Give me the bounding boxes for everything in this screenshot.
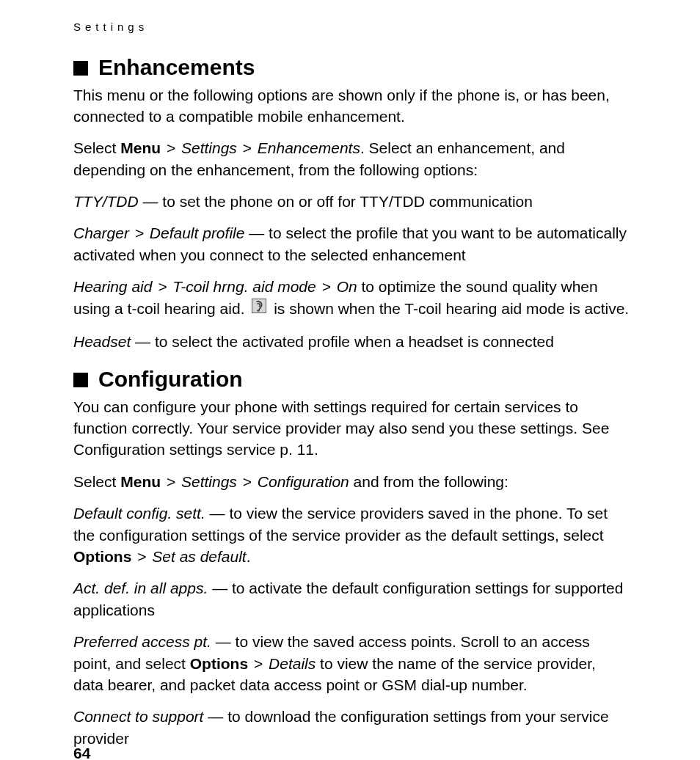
enhancements-label: Enhancements: [258, 139, 360, 156]
square-bullet-icon: [73, 61, 88, 76]
preferred-access-option: Preferred access pt. — to view the saved…: [73, 631, 630, 695]
text: to set the phone on or off for TTY/TDD c…: [158, 193, 533, 210]
hearing-aid-option: Hearing aid > T-coil hrng. aid mode > On…: [73, 276, 630, 321]
menu-label: Menu: [120, 139, 161, 156]
menu-label: Menu: [120, 473, 161, 490]
square-bullet-icon: [73, 373, 88, 387]
options-label: Options: [190, 655, 248, 672]
configuration-nav: Select Menu > Settings > Configuration a…: [73, 471, 630, 492]
text: is shown when the T-coil hearing aid mod…: [269, 300, 629, 317]
separator: >: [322, 278, 331, 295]
dash: —: [208, 708, 223, 725]
tty-option: TTY/TDD — to set the phone on or off for…: [73, 191, 630, 212]
dash: —: [212, 580, 227, 596]
term: Set as default: [152, 548, 246, 565]
term: Hearing aid: [73, 278, 152, 295]
headset-option: Headset — to select the activated profil…: [73, 331, 630, 352]
dash: —: [143, 193, 158, 210]
text: Select: [73, 139, 120, 156]
configuration-intro: You can configure your phone with settin…: [73, 396, 630, 461]
configuration-label: Configuration: [258, 473, 349, 490]
running-head: Settings: [73, 21, 630, 33]
separator: >: [158, 278, 167, 295]
term: Default config. sett.: [73, 505, 205, 522]
term: Connect to support: [73, 708, 203, 725]
dash: —: [249, 224, 264, 241]
connect-support-option: Connect to support — to download the con…: [73, 706, 630, 749]
settings-label: Settings: [181, 473, 237, 490]
options-label: Options: [73, 548, 131, 565]
text: and from the following:: [349, 473, 508, 490]
text: Select: [73, 473, 120, 490]
heading-text: Enhancements: [98, 54, 255, 81]
dot: .: [247, 548, 251, 565]
default-config-option: Default config. sett. — to view the serv…: [73, 503, 630, 567]
term: Act. def. in all apps.: [73, 580, 208, 596]
heading-configuration: Configuration: [73, 365, 630, 393]
enhancements-intro: This menu or the following options are s…: [73, 84, 630, 128]
term: On: [337, 278, 357, 295]
separator: >: [135, 224, 144, 241]
dash: —: [135, 333, 150, 350]
separator: >: [254, 655, 263, 672]
term: Details: [269, 655, 316, 672]
heading-enhancements: Enhancements: [73, 54, 630, 81]
heading-text: Configuration: [98, 365, 243, 393]
dash: —: [216, 633, 231, 650]
separator: >: [137, 548, 146, 565]
term: T-coil hrng. aid mode: [172, 278, 316, 295]
act-def-option: Act. def. in all apps. — to activate the…: [73, 577, 630, 621]
term: Preferred access pt.: [73, 633, 211, 650]
dash: —: [210, 505, 225, 522]
page-number: 64: [73, 745, 90, 760]
term: Default profile: [150, 224, 245, 241]
separator: >: [167, 473, 175, 490]
term: TTY/TDD: [73, 193, 139, 210]
separator: >: [243, 473, 252, 490]
separator: >: [167, 139, 175, 156]
separator: >: [243, 139, 252, 156]
ear-icon: [252, 297, 266, 318]
term: Charger: [73, 224, 129, 241]
settings-label: Settings: [181, 139, 237, 156]
charger-option: Charger > Default profile — to select th…: [73, 222, 630, 266]
enhancements-nav: Select Menu > Settings > Enhancements. S…: [73, 137, 630, 180]
term: Headset: [73, 333, 131, 350]
text: to select the activated profile when a h…: [150, 333, 554, 350]
page: Settings Enhancements This menu or the f…: [0, 0, 700, 760]
